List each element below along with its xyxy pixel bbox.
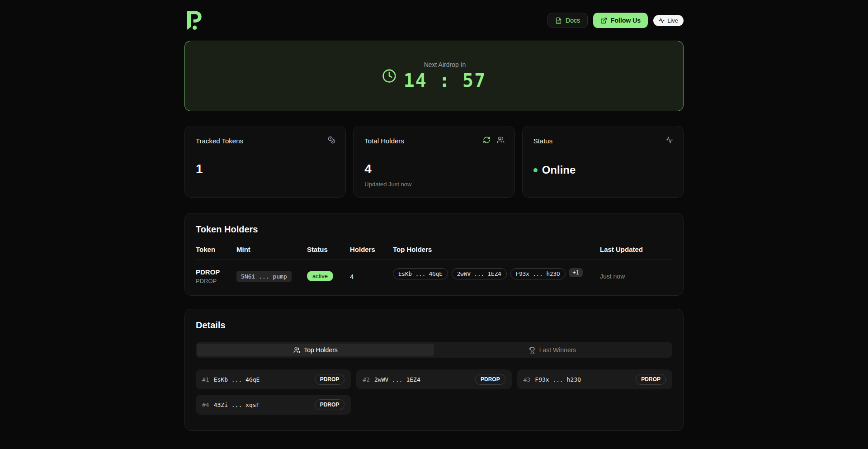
total-holders-value: 4 [364, 162, 503, 176]
status-cell: active [307, 268, 350, 281]
tracked-tokens-title: Tracked Tokens [196, 137, 335, 145]
status-card: Status Online [522, 126, 684, 198]
docs-button-label: Docs [566, 17, 580, 24]
follow-us-button[interactable]: Follow Us [593, 13, 648, 28]
holder-rank: #4 [202, 402, 209, 408]
holder-rank: #1 [202, 376, 209, 383]
holder-rank: #2 [363, 376, 370, 383]
countdown-card: Next Airdrop In 14 : 57 [184, 41, 684, 111]
countdown-timer: 14 : 57 [404, 70, 486, 91]
holder-address: EsKb ... 4GqE [214, 376, 260, 383]
docs-button[interactable]: Docs [547, 13, 588, 28]
col-top-holders: Top Holders [393, 246, 600, 253]
holder-token-badge: PDROP [315, 399, 345, 410]
pdrop-logo-icon [184, 9, 203, 31]
top-holders-list: #1 EsKb ... 4GqE PDROP #2 2wWV ... 1EZ4 … [196, 369, 672, 415]
col-status: Status [307, 246, 350, 253]
stats-row: Tracked Tokens 1 Total Holders 4 Updated… [184, 126, 684, 198]
top-holders-cell: EsKb ... 4GqE 2wWV ... 1EZ4 F93x ... h23… [393, 268, 600, 279]
list-item: #3 F93x ... h23Q PDROP [517, 369, 672, 389]
file-text-icon [555, 17, 562, 24]
holder-address: F93x ... h23Q [535, 376, 581, 383]
token-symbol: PDROP [196, 278, 236, 284]
online-dot [533, 168, 538, 172]
token-holders-table: Token Mint Status Holders Top Holders La… [196, 246, 672, 284]
holder-address-pill: F93x ... h23Q [510, 268, 566, 279]
token-name: PDROP [196, 268, 236, 276]
col-last-updated: Last Updated [600, 246, 672, 253]
list-item: #4 43Zi ... xqsF PDROP [196, 395, 351, 415]
more-holders-pill: +1 [569, 268, 583, 277]
total-holders-card: Total Holders 4 Updated Just now [353, 126, 514, 198]
tab-top-holders-label: Top Holders [304, 346, 338, 354]
token-holders-title: Token Holders [196, 224, 672, 235]
col-token: Token [196, 246, 236, 253]
table-row: PDROP PDROP 5N6i ... pump active 4 EsKb … [196, 260, 672, 284]
col-mint: Mint [236, 246, 307, 253]
holder-rank: #3 [524, 376, 531, 383]
tab-last-winners[interactable]: Last Winners [434, 344, 671, 356]
list-item: #2 2wWV ... 1EZ4 PDROP [356, 369, 511, 389]
activity-icon [659, 18, 665, 24]
holder-address-pill: 2wWV ... 1EZ4 [452, 268, 507, 279]
list-item: #1 EsKb ... 4GqE PDROP [196, 369, 351, 389]
tab-last-winners-label: Last Winners [539, 346, 576, 354]
total-holders-updated: Updated Just now [364, 181, 503, 188]
users-icon [497, 136, 505, 144]
tracked-tokens-card: Tracked Tokens 1 [184, 126, 346, 198]
holder-token-badge: PDROP [315, 374, 345, 385]
header: Docs Follow Us Live [184, 0, 684, 33]
tab-top-holders[interactable]: Top Holders [197, 344, 434, 356]
tracked-tokens-value: 1 [196, 162, 335, 176]
holder-address: 2wWV ... 1EZ4 [374, 376, 420, 383]
status-value: Online [542, 164, 576, 176]
holder-address-pill: EsKb ... 4GqE [393, 268, 448, 279]
users-icon [293, 347, 300, 354]
status-title: Status [533, 137, 672, 145]
details-title: Details [196, 320, 672, 331]
table-header: Token Mint Status Holders Top Holders La… [196, 246, 672, 260]
mint-address[interactable]: 5N6i ... pump [236, 271, 292, 282]
countdown-label: Next Airdrop In [404, 61, 486, 68]
header-actions: Docs Follow Us Live [547, 13, 684, 28]
follow-us-button-label: Follow Us [611, 17, 641, 24]
live-badge-label: Live [667, 17, 678, 24]
details-card: Details Top Holders Last Winners #1 EsKb… [184, 309, 684, 431]
trophy-icon [529, 347, 536, 354]
holders-count: 4 [350, 273, 393, 280]
mint-cell: 5N6i ... pump [236, 268, 307, 282]
live-badge: Live [653, 15, 684, 26]
token-holders-card: Token Holders Token Mint Status Holders … [184, 213, 684, 296]
holder-address: 43Zi ... xqsF [214, 402, 260, 408]
holder-token-badge: PDROP [475, 374, 505, 385]
page-container: Docs Follow Us Live Next Airdrop [184, 0, 684, 431]
coins-icon [328, 136, 335, 144]
holder-token-badge: PDROP [636, 374, 666, 385]
external-link-icon [600, 17, 607, 24]
activity-icon [665, 136, 673, 144]
token-cell: PDROP PDROP [196, 268, 236, 284]
details-tabbar: Top Holders Last Winners [196, 342, 672, 358]
last-updated-value: Just now [600, 273, 672, 280]
refresh-icon[interactable] [483, 136, 491, 144]
col-holders: Holders [350, 246, 393, 253]
status-badge: active [307, 271, 333, 281]
clock-icon [382, 69, 396, 83]
